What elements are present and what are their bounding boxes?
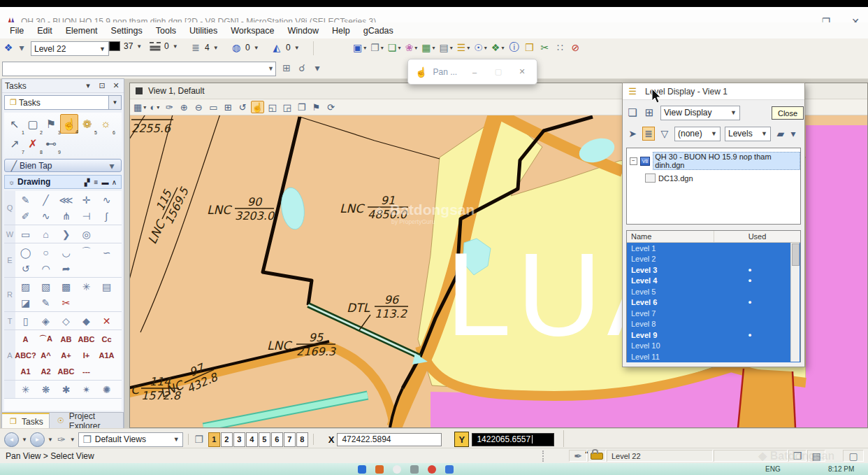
change-tags-tool[interactable]: ◆ <box>76 313 96 329</box>
keyin-browse-dropdown-icon[interactable]: ▾ <box>312 62 323 74</box>
chevron-down-icon[interactable]: ▼ <box>48 437 53 443</box>
pan-view-tool[interactable]: ☝4 <box>60 114 78 134</box>
menu-edit[interactable]: Edit <box>37 26 52 36</box>
menu-gcadas[interactable]: gCadas <box>363 26 393 36</box>
fill-data-fields-tool[interactable]: ABC <box>56 363 76 379</box>
view-toggle-6[interactable]: 6 <box>271 432 283 447</box>
view-toggle-4[interactable]: 4 <box>246 432 258 447</box>
view-attributes-icon[interactable]: ▦▾ <box>133 101 146 113</box>
column-used[interactable]: Used <box>714 231 800 242</box>
tree-expander-icon[interactable]: − <box>630 157 637 165</box>
apply-to-window-icon[interactable]: ⊞ <box>644 106 655 119</box>
place-line-tool[interactable]: ╱ <box>36 192 56 208</box>
menu-file[interactable]: File <box>10 26 24 36</box>
active-level-combo[interactable]: Level 22 ▼ <box>31 41 109 56</box>
pan-close-icon[interactable]: ✕ <box>514 66 530 78</box>
chevron-down-icon[interactable]: ▼ <box>136 43 142 50</box>
view-next-icon[interactable]: ◲ <box>281 101 294 113</box>
place-circle-tool[interactable]: ◯ <box>15 244 36 260</box>
fit-view-icon[interactable]: ⊞ <box>222 101 234 113</box>
markup-icon[interactable]: ❖▾ <box>491 41 505 54</box>
fence-tool[interactable]: ▢2 <box>24 114 42 134</box>
tasks-pin-icon[interactable]: ⊡ <box>97 80 107 92</box>
review-tags-tool[interactable]: ◇ <box>56 313 76 329</box>
view-toggle-5[interactable]: 5 <box>259 432 270 447</box>
rotate-view-icon[interactable]: ↺ <box>236 101 249 113</box>
level-list-header[interactable]: Name Used <box>627 231 800 243</box>
bien-tap-icon[interactable]: ╱ <box>8 159 20 172</box>
flag-tool[interactable]: ⚑3 <box>42 114 60 134</box>
active-snap-mode-icon[interactable]: ✒ <box>572 450 584 462</box>
match-text-attributes-tool[interactable]: A^ <box>36 347 56 363</box>
place-block-tool[interactable]: ▭ <box>15 226 36 242</box>
pan-minimize-icon[interactable]: – <box>467 66 482 78</box>
view-toggle-8[interactable]: 8 <box>296 432 308 447</box>
section-drawing[interactable]: ☼ Drawing ▞≡▬∧ <box>4 175 122 189</box>
layout-grid-icon[interactable]: ▞ <box>83 176 91 188</box>
view-group-icon[interactable]: ❐ <box>194 433 205 446</box>
tree-display-icon[interactable]: ≣ <box>642 127 655 141</box>
level-row[interactable]: Level 3• <box>627 264 800 276</box>
match-pattern-attributes-tool[interactable]: ◪ <box>15 295 36 311</box>
copy-increment-data-field-tool[interactable]: A2 <box>36 363 56 379</box>
locks-icon[interactable] <box>591 453 603 460</box>
tasks-close-icon[interactable]: ✕ <box>111 80 121 92</box>
place-quarter-ellipse-tool[interactable]: ∽ <box>96 244 117 260</box>
change-pattern-tool[interactable]: ✎ <box>36 295 56 311</box>
menu-settings[interactable]: Settings <box>111 26 143 36</box>
point-along-element-tool[interactable]: ✺ <box>96 381 117 397</box>
place-half-ellipse-tool[interactable]: ⌒ <box>76 244 96 260</box>
view-toggle-3[interactable]: 3 <box>233 432 245 447</box>
taskbar-app-icon[interactable] <box>428 465 436 474</box>
active-style-group[interactable]: 0 ▼ <box>150 41 178 51</box>
change-text-attributes-tool[interactable]: A+ <box>56 347 76 363</box>
pan-tool-dialog[interactable]: ☝ Pan ... –▢✕ <box>407 59 537 85</box>
tasks-menu-icon[interactable]: ▾ <box>83 80 93 92</box>
filter-combo[interactable]: (none) ▼ <box>674 127 721 141</box>
drawing-bulb-icon[interactable]: ☼ <box>8 176 15 188</box>
hatch-area-tool[interactable]: ▨ <box>15 278 36 295</box>
saved-views-combo-icon[interactable]: ❐ <box>82 433 93 446</box>
menu-window[interactable]: Window <box>288 26 319 36</box>
tab-tasks[interactable]: ❐ Tasks <box>2 413 50 429</box>
sketch-tool[interactable]: ✐ <box>15 208 36 224</box>
apply-saved-view-icon[interactable]: ✑ <box>56 433 67 446</box>
linear-pattern-tool[interactable]: ✳ <box>76 278 96 295</box>
point-at-intersection-tool[interactable]: ✴ <box>76 381 96 397</box>
edit-text-tool[interactable]: AB <box>56 331 76 347</box>
chevron-down-icon[interactable]: ▼ <box>22 437 27 443</box>
level-display-title-bar[interactable]: ☰ Level Display - View 1 <box>623 83 804 100</box>
place-text-along-tool[interactable]: ⌒A <box>36 331 56 347</box>
crosshatch-area-tool[interactable]: ▧ <box>36 278 56 295</box>
level-list-scrollbar[interactable] <box>790 243 800 362</box>
no-snap-icon[interactable]: ⊘ <box>570 41 581 54</box>
place-multiline-tool[interactable]: ⋘ <box>56 192 76 208</box>
transparency-icon[interactable]: ◭ <box>271 41 282 54</box>
show-pattern-attributes-tool[interactable]: ▤ <box>96 278 117 295</box>
chevron-down-icon[interactable]: ▼ <box>173 43 178 50</box>
adjust-view-brightness-icon[interactable]: ◐▾ <box>148 101 161 113</box>
bien-tap-collapse-icon[interactable]: ▾ <box>106 159 117 172</box>
modify-arc-angle-tool[interactable]: ◠ <box>36 260 56 276</box>
y-coordinate-field[interactable]: 1422065.6557 <box>472 433 554 446</box>
taskbar-app-icon[interactable] <box>358 465 366 474</box>
view-toggle-2[interactable]: 2 <box>221 432 233 447</box>
navigate-view-icon[interactable]: ⟳ <box>325 101 338 113</box>
level-row[interactable]: Level 5 <box>627 286 800 297</box>
x-coordinate-field[interactable]: 472422.5894 <box>337 433 442 446</box>
chevron-down-icon[interactable]: ▼ <box>108 96 121 109</box>
element-information-icon[interactable]: ⓘ <box>508 41 519 54</box>
level-row[interactable]: Level 7 <box>627 308 800 319</box>
measure-tool[interactable]: ⊷9 <box>42 134 60 153</box>
line-weight-icon[interactable]: ≣ <box>190 41 201 54</box>
view-previous-icon[interactable]: ◱ <box>266 101 279 113</box>
tree-item-reference-file[interactable]: DC13.dgn <box>645 173 800 183</box>
chevron-down-icon[interactable]: ▼ <box>268 65 274 72</box>
place-orthogonal-shape-tool[interactable]: ❯ <box>56 226 76 242</box>
point-clouds-icon[interactable]: ▦▾ <box>421 41 435 54</box>
template-dropdown-icon[interactable]: ▾ <box>16 41 27 54</box>
tasks-combo[interactable]: ❐ Tasks ▼ <box>4 95 122 110</box>
column-name[interactable]: Name <box>627 231 714 242</box>
pan-view-icon[interactable]: ☝ <box>251 101 263 113</box>
place-active-point-tool[interactable]: ✳ <box>15 381 36 397</box>
